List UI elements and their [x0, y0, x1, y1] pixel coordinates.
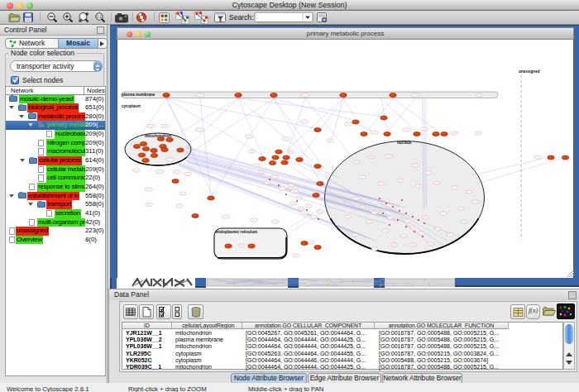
- svg-text:1:1: 1:1: [97, 15, 103, 19]
- svg-text:cytoplasm: cytoplasm: [122, 104, 141, 108]
- svg-text:endoplasmic reticulum: endoplasmic reticulum: [216, 230, 257, 234]
- svg-text:unassigned: unassigned: [519, 69, 540, 74]
- svg-text:Search:: Search:: [229, 13, 253, 22]
- svg-text:plasma membrane: plasma membrane: [122, 93, 156, 97]
- svg-text:nucleus: nucleus: [397, 141, 412, 145]
